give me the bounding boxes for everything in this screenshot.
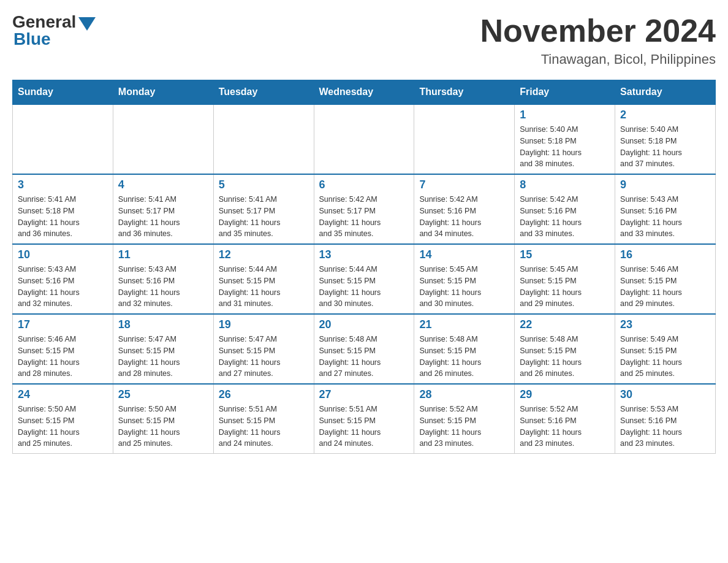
calendar-cell: 6Sunrise: 5:42 AM Sunset: 5:17 PM Daylig… xyxy=(314,174,414,244)
day-number: 24 xyxy=(18,388,108,401)
calendar-header-row: SundayMondayTuesdayWednesdayThursdayFrid… xyxy=(13,80,716,105)
day-number: 16 xyxy=(620,248,710,261)
day-info: Sunrise: 5:43 AM Sunset: 5:16 PM Dayligh… xyxy=(18,264,108,310)
month-title: November 2024 xyxy=(480,12,716,49)
calendar-cell: 16Sunrise: 5:46 AM Sunset: 5:15 PM Dayli… xyxy=(615,244,716,314)
calendar-header-tuesday: Tuesday xyxy=(213,80,314,105)
day-number: 21 xyxy=(419,318,509,331)
day-number: 28 xyxy=(419,388,509,401)
calendar-cell: 18Sunrise: 5:47 AM Sunset: 5:15 PM Dayli… xyxy=(113,314,213,384)
day-number: 22 xyxy=(520,318,610,331)
day-number: 10 xyxy=(18,248,108,261)
calendar-cell: 19Sunrise: 5:47 AM Sunset: 5:15 PM Dayli… xyxy=(213,314,314,384)
day-number: 27 xyxy=(319,388,409,401)
calendar-cell: 26Sunrise: 5:51 AM Sunset: 5:15 PM Dayli… xyxy=(213,384,314,454)
day-info: Sunrise: 5:53 AM Sunset: 5:16 PM Dayligh… xyxy=(620,404,710,450)
location-title: Tinawagan, Bicol, Philippines xyxy=(480,52,716,67)
day-info: Sunrise: 5:48 AM Sunset: 5:15 PM Dayligh… xyxy=(419,334,509,380)
week-row-5: 24Sunrise: 5:50 AM Sunset: 5:15 PM Dayli… xyxy=(13,384,716,454)
week-row-3: 10Sunrise: 5:43 AM Sunset: 5:16 PM Dayli… xyxy=(13,244,716,314)
day-number: 18 xyxy=(118,318,208,331)
day-number: 23 xyxy=(620,318,710,331)
day-info: Sunrise: 5:50 AM Sunset: 5:15 PM Dayligh… xyxy=(118,404,208,450)
day-number: 19 xyxy=(219,318,309,331)
calendar-cell: 13Sunrise: 5:44 AM Sunset: 5:15 PM Dayli… xyxy=(314,244,414,314)
day-number: 3 xyxy=(18,178,108,191)
week-row-1: 1Sunrise: 5:40 AM Sunset: 5:18 PM Daylig… xyxy=(13,104,716,174)
calendar-cell: 5Sunrise: 5:41 AM Sunset: 5:17 PM Daylig… xyxy=(213,174,314,244)
calendar-cell xyxy=(314,104,414,174)
calendar-cell: 28Sunrise: 5:52 AM Sunset: 5:15 PM Dayli… xyxy=(414,384,515,454)
calendar-cell xyxy=(414,104,515,174)
calendar-cell: 30Sunrise: 5:53 AM Sunset: 5:16 PM Dayli… xyxy=(615,384,716,454)
calendar-header-friday: Friday xyxy=(515,80,615,105)
day-number: 25 xyxy=(118,388,208,401)
day-info: Sunrise: 5:50 AM Sunset: 5:15 PM Dayligh… xyxy=(18,404,108,450)
day-number: 2 xyxy=(620,109,710,121)
calendar-cell: 4Sunrise: 5:41 AM Sunset: 5:17 PM Daylig… xyxy=(113,174,213,244)
day-info: Sunrise: 5:41 AM Sunset: 5:18 PM Dayligh… xyxy=(18,194,108,240)
day-number: 12 xyxy=(219,248,309,261)
day-number: 15 xyxy=(520,248,610,261)
calendar-header-sunday: Sunday xyxy=(13,80,113,105)
day-number: 1 xyxy=(520,109,610,121)
day-info: Sunrise: 5:42 AM Sunset: 5:16 PM Dayligh… xyxy=(419,194,509,240)
calendar-cell xyxy=(113,104,213,174)
day-number: 7 xyxy=(419,178,509,191)
calendar-cell: 20Sunrise: 5:48 AM Sunset: 5:15 PM Dayli… xyxy=(314,314,414,384)
day-number: 11 xyxy=(118,248,208,261)
day-info: Sunrise: 5:44 AM Sunset: 5:15 PM Dayligh… xyxy=(219,264,309,310)
day-number: 4 xyxy=(118,178,208,191)
day-info: Sunrise: 5:49 AM Sunset: 5:15 PM Dayligh… xyxy=(620,334,710,380)
day-info: Sunrise: 5:51 AM Sunset: 5:15 PM Dayligh… xyxy=(219,404,309,450)
day-number: 26 xyxy=(219,388,309,401)
day-info: Sunrise: 5:45 AM Sunset: 5:15 PM Dayligh… xyxy=(520,264,610,310)
calendar-table: SundayMondayTuesdayWednesdayThursdayFrid… xyxy=(12,80,716,454)
calendar-cell xyxy=(13,104,113,174)
day-info: Sunrise: 5:45 AM Sunset: 5:15 PM Dayligh… xyxy=(419,264,509,310)
calendar-cell: 17Sunrise: 5:46 AM Sunset: 5:15 PM Dayli… xyxy=(13,314,113,384)
calendar-cell: 23Sunrise: 5:49 AM Sunset: 5:15 PM Dayli… xyxy=(615,314,716,384)
calendar-cell: 25Sunrise: 5:50 AM Sunset: 5:15 PM Dayli… xyxy=(113,384,213,454)
calendar-cell: 24Sunrise: 5:50 AM Sunset: 5:15 PM Dayli… xyxy=(13,384,113,454)
logo-blue-text: Blue xyxy=(13,29,51,49)
day-info: Sunrise: 5:43 AM Sunset: 5:16 PM Dayligh… xyxy=(620,194,710,240)
day-number: 8 xyxy=(520,178,610,191)
day-number: 13 xyxy=(319,248,409,261)
calendar-cell: 2Sunrise: 5:40 AM Sunset: 5:18 PM Daylig… xyxy=(615,104,716,174)
day-number: 6 xyxy=(319,178,409,191)
day-number: 29 xyxy=(520,388,610,401)
calendar-cell: 3Sunrise: 5:41 AM Sunset: 5:18 PM Daylig… xyxy=(13,174,113,244)
day-number: 14 xyxy=(419,248,509,261)
calendar-cell: 11Sunrise: 5:43 AM Sunset: 5:16 PM Dayli… xyxy=(113,244,213,314)
day-info: Sunrise: 5:42 AM Sunset: 5:16 PM Dayligh… xyxy=(520,194,610,240)
day-number: 9 xyxy=(620,178,710,191)
calendar-cell: 7Sunrise: 5:42 AM Sunset: 5:16 PM Daylig… xyxy=(414,174,515,244)
title-block: November 2024 Tinawagan, Bicol, Philippi… xyxy=(480,12,716,67)
day-info: Sunrise: 5:52 AM Sunset: 5:15 PM Dayligh… xyxy=(419,404,509,450)
calendar-cell: 12Sunrise: 5:44 AM Sunset: 5:15 PM Dayli… xyxy=(213,244,314,314)
calendar-header-monday: Monday xyxy=(113,80,213,105)
calendar-cell: 9Sunrise: 5:43 AM Sunset: 5:16 PM Daylig… xyxy=(615,174,716,244)
day-info: Sunrise: 5:46 AM Sunset: 5:15 PM Dayligh… xyxy=(620,264,710,310)
day-info: Sunrise: 5:44 AM Sunset: 5:15 PM Dayligh… xyxy=(319,264,409,310)
calendar-cell: 15Sunrise: 5:45 AM Sunset: 5:15 PM Dayli… xyxy=(515,244,615,314)
day-number: 5 xyxy=(219,178,309,191)
day-info: Sunrise: 5:48 AM Sunset: 5:15 PM Dayligh… xyxy=(520,334,610,380)
calendar-header-thursday: Thursday xyxy=(414,80,515,105)
calendar-cell: 22Sunrise: 5:48 AM Sunset: 5:15 PM Dayli… xyxy=(515,314,615,384)
day-info: Sunrise: 5:47 AM Sunset: 5:15 PM Dayligh… xyxy=(118,334,208,380)
week-row-2: 3Sunrise: 5:41 AM Sunset: 5:18 PM Daylig… xyxy=(13,174,716,244)
day-number: 20 xyxy=(319,318,409,331)
day-number: 17 xyxy=(18,318,108,331)
calendar-header-saturday: Saturday xyxy=(615,80,716,105)
calendar-cell: 1Sunrise: 5:40 AM Sunset: 5:18 PM Daylig… xyxy=(515,104,615,174)
calendar-cell xyxy=(213,104,314,174)
day-info: Sunrise: 5:52 AM Sunset: 5:16 PM Dayligh… xyxy=(520,404,610,450)
day-info: Sunrise: 5:40 AM Sunset: 5:18 PM Dayligh… xyxy=(620,124,710,170)
day-info: Sunrise: 5:42 AM Sunset: 5:17 PM Dayligh… xyxy=(319,194,409,240)
page-header: General Blue November 2024 Tinawagan, Bi… xyxy=(12,12,716,67)
day-info: Sunrise: 5:41 AM Sunset: 5:17 PM Dayligh… xyxy=(118,194,208,240)
week-row-4: 17Sunrise: 5:46 AM Sunset: 5:15 PM Dayli… xyxy=(13,314,716,384)
calendar-cell: 8Sunrise: 5:42 AM Sunset: 5:16 PM Daylig… xyxy=(515,174,615,244)
